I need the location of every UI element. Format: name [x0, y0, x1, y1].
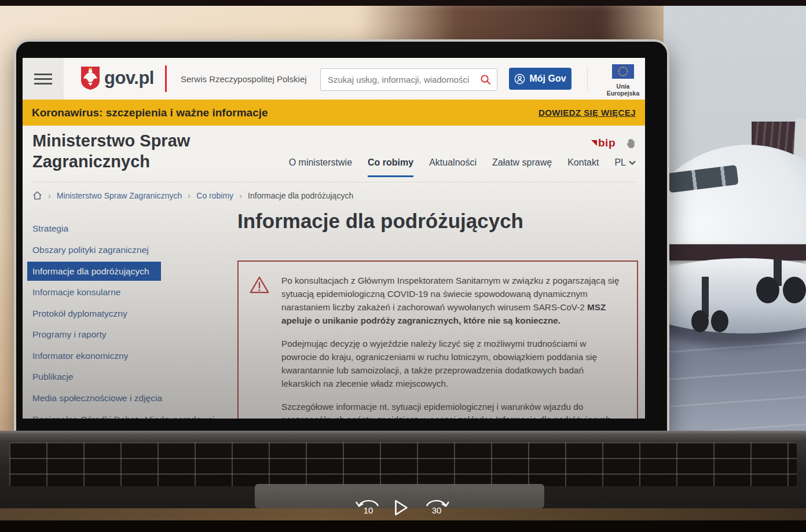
- polish-eagle-logo: [80, 66, 101, 93]
- moj-gov-button[interactable]: Mój Gov: [509, 68, 571, 90]
- sign-language-icon[interactable]: [625, 137, 637, 149]
- breadcrumb-separator: ›: [188, 190, 190, 200]
- banner-learn-more-link[interactable]: DOWIEDZ SIĘ WIĘCEJ: [538, 108, 636, 118]
- sidebar-item-informator-ekonomiczny[interactable]: Informator ekonomiczny: [32, 346, 232, 367]
- breadcrumb-link-co-robimy[interactable]: Co robimy: [196, 191, 233, 200]
- sidebar-item-rodm[interactable]: Regionalne Ośrodki Debaty Międzynarodowe…: [32, 409, 232, 419]
- govpl-brand[interactable]: gov.pl: [104, 68, 154, 89]
- page-title: Informacje dla podróżujących: [237, 210, 523, 233]
- covid-alert-banner: Koronawirus: szczepienia i ważne informa…: [23, 100, 645, 126]
- sidebar-item-informacje-konsularne[interactable]: Informacje konsularne: [32, 282, 232, 303]
- top-letterbox-bar: [0, 0, 806, 6]
- header-divider: [587, 67, 588, 91]
- nose-gear-wheel: [691, 310, 709, 332]
- forward-30-label: 30: [423, 505, 450, 515]
- breadcrumb: › Ministerstwo Spraw Zagranicznych › Co …: [32, 190, 353, 200]
- rewind-10-label: 10: [354, 505, 382, 515]
- nose-gear-wheel: [711, 310, 728, 332]
- language-label: PL: [614, 157, 626, 168]
- chevron-down-icon: [629, 160, 636, 165]
- forward-30-button[interactable]: 30: [423, 497, 450, 519]
- play-button[interactable]: [394, 498, 411, 517]
- breadcrumb-link-ministry[interactable]: Ministerstwo Spraw Zagranicznych: [57, 191, 182, 200]
- video-frame-laptop-scene: gov.pl Serwis Rzeczypospolitej Polskiej: [0, 0, 806, 532]
- home-icon[interactable]: [32, 190, 42, 200]
- language-selector[interactable]: PL: [614, 157, 636, 175]
- site-tagline: Serwis Rzeczypospolitej Polskiej: [181, 74, 307, 84]
- bip-label: bip: [598, 137, 616, 149]
- warning-paragraph-3: Szczegółowe informacje nt. sytuacji epid…: [281, 401, 623, 419]
- eu-flag-icon: [612, 71, 634, 80]
- warning-text: Po konsultacjach z Głównym Inspektoratem…: [281, 274, 623, 419]
- site-header: gov.pl Serwis Rzeczypospolitej Polskiej: [23, 58, 645, 100]
- site-search: [320, 68, 497, 91]
- nav-item-kontakt[interactable]: Kontakt: [567, 157, 599, 175]
- rewind-10-button[interactable]: 10: [354, 497, 382, 519]
- bip-link[interactable]: bip: [591, 137, 616, 149]
- sidebar-item-protokol-dyplomatyczny[interactable]: Protokół dyplomatyczny: [32, 303, 232, 324]
- search-icon[interactable]: [480, 74, 491, 85]
- video-player-controls: 10 30: [354, 497, 450, 519]
- search-input[interactable]: [321, 75, 480, 85]
- moj-gov-label: Mój Gov: [529, 74, 566, 84]
- nav-item-o-ministerstwie[interactable]: O ministerstwie: [289, 157, 352, 175]
- header-separator-line: [32, 182, 637, 182]
- nav-item-co-robimy[interactable]: Co robimy: [368, 157, 413, 177]
- travel-warning-box: Po konsultacjach z Głównym Inspektoratem…: [237, 261, 638, 419]
- header-red-divider: [165, 65, 167, 92]
- eu-flag-block: Unia Europejska: [602, 64, 644, 97]
- breadcrumb-separator: ›: [239, 190, 242, 200]
- browser-viewport-govpl: gov.pl Serwis Rzeczypospolitej Polskiej: [23, 58, 645, 419]
- main-gear-wheel: [756, 277, 779, 303]
- nav-item-aktualnosci[interactable]: Aktualności: [429, 157, 477, 175]
- bip-triangle-icon: [591, 140, 597, 146]
- warning-triangle-icon: [249, 274, 272, 419]
- sidebar-item-programy-i-raporty[interactable]: Programy i raporty: [32, 324, 232, 346]
- menu-button[interactable]: [23, 58, 64, 100]
- sidebar-item-obszary-polityki[interactable]: Obszary polityki zagranicznej: [32, 240, 232, 261]
- sidebar-item-informacje-dla-podrozujacych[interactable]: Informacje dla podróżujących: [27, 262, 161, 281]
- sidebar-item-strategia[interactable]: Strategia: [32, 218, 232, 240]
- breadcrumb-separator: ›: [48, 190, 51, 200]
- utility-icons: bip: [591, 137, 637, 149]
- warning-paragraph-1: Po konsultacjach z Głównym Inspektoratem…: [281, 274, 623, 328]
- eu-label: Unia Europejska: [602, 83, 644, 97]
- nav-item-zalatw-sprawe[interactable]: Załatw sprawę: [492, 157, 552, 175]
- warning-paragraph-2: Podejmując decyzję o wyjeździe należy li…: [281, 337, 623, 391]
- hamburger-icon: [34, 71, 52, 87]
- keyboard: [9, 442, 797, 486]
- main-gear-wheel: [783, 277, 806, 303]
- banner-text: Koronawirus: szczepienia i ważne informa…: [32, 107, 268, 119]
- ministry-title: Ministerstwo Spraw Zagranicznych: [32, 131, 229, 173]
- sidebar-item-publikacje[interactable]: Publikacje: [32, 366, 232, 388]
- bottom-letterbox-bar: [0, 520, 806, 532]
- sidebar-item-media-spolecznosciowe[interactable]: Media społecznościowe i zdjęcia: [32, 388, 232, 409]
- sidebar-nav: Strategia Obszary polityki zagranicznej …: [32, 218, 232, 419]
- breadcrumb-current: Informacje dla podróżujących: [248, 191, 353, 200]
- main-nav: O ministerstwie Co robimy Aktualności Za…: [289, 157, 636, 177]
- person-circle-icon: [514, 74, 525, 85]
